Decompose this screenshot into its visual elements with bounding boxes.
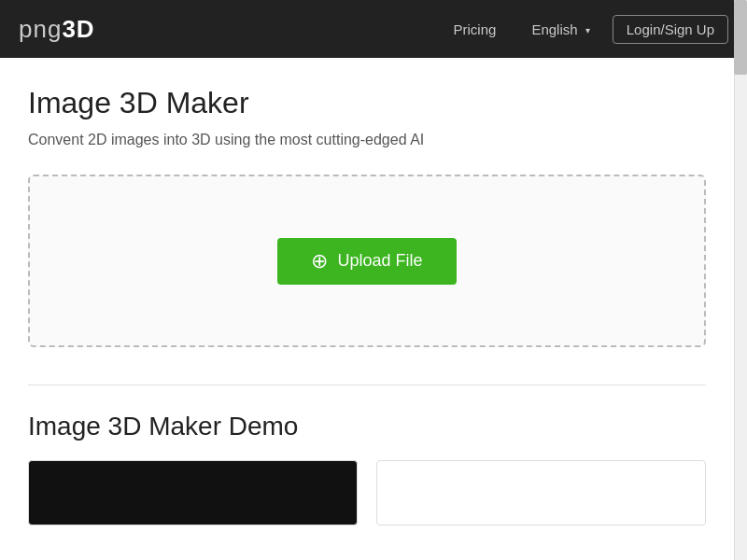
nav-item-login: Login/Sign Up [613,15,728,44]
demo-section-title: Image 3D Maker Demo [28,412,706,441]
login-signup-button[interactable]: Login/Sign Up [613,15,728,44]
nav-item-pricing: Pricing [441,14,510,45]
page-title: Image 3D Maker [28,86,706,120]
demo-card-left [28,460,358,525]
upload-button-label: Upload File [337,251,422,271]
pricing-label: Pricing [454,21,497,37]
brand-3d-text: 3D [62,15,94,44]
demo-card-right [376,460,706,525]
brand-logo[interactable]: png3D [19,15,95,44]
language-label: English [531,21,577,37]
navbar: png3D Pricing English ▾ Login/Sign Up [0,0,747,58]
scrollbar-thumb[interactable] [734,0,747,75]
login-label: Login/Sign Up [627,21,714,37]
upload-dropzone: ⊕ Upload File [28,175,706,347]
main-content: Image 3D Maker Convent 2D images into 3D… [0,58,734,525]
demo-cards-container [28,460,706,525]
nav-menu: Pricing English ▾ Login/Sign Up [441,14,728,45]
upload-file-button[interactable]: ⊕ Upload File [277,238,456,285]
language-dropdown[interactable]: English ▾ [518,14,602,45]
brand-png-text: png [19,15,62,44]
pricing-link[interactable]: Pricing [441,14,510,45]
scrollbar-track[interactable] [734,0,747,560]
page-subtitle: Convent 2D images into 3D using the most… [28,132,706,148]
plus-circle-icon: ⊕ [311,251,328,272]
nav-item-language: English ▾ [518,14,602,45]
chevron-down-icon: ▾ [585,25,590,35]
section-divider [28,385,706,385]
